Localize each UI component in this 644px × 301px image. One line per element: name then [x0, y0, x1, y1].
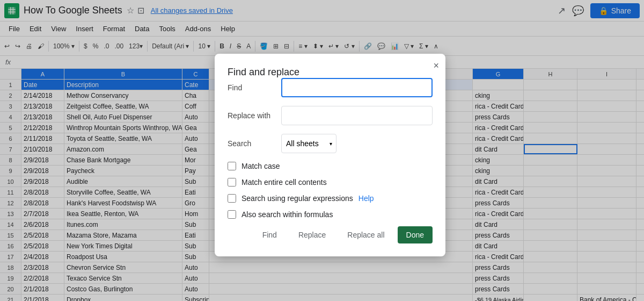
- match-case-checkbox[interactable]: [228, 162, 236, 170]
- modal-close-button[interactable]: ×: [433, 60, 439, 71]
- formulas-checkbox[interactable]: [228, 210, 236, 219]
- find-input[interactable]: [281, 78, 433, 97]
- search-row: Search All sheets This sheet ▾: [228, 134, 433, 153]
- formulas-row: Also search within formulas: [228, 210, 433, 219]
- replace-button[interactable]: Replace: [290, 226, 334, 243]
- replace-input[interactable]: [281, 106, 433, 125]
- find-button[interactable]: Find: [254, 226, 286, 243]
- regex-label: Search using regular expressions: [241, 194, 353, 203]
- modal-overlay: Find and replace × Find Replace with Sea…: [0, 0, 644, 301]
- regex-row: Search using regular expressions Help: [228, 194, 433, 203]
- match-case-row: Match case: [228, 162, 433, 170]
- match-case-label[interactable]: Match case: [241, 162, 280, 170]
- done-button[interactable]: Done: [398, 226, 433, 243]
- match-cell-checkbox[interactable]: [228, 178, 236, 187]
- match-cell-row: Match entire cell contents: [228, 178, 433, 187]
- help-link[interactable]: Help: [358, 194, 374, 203]
- regex-checkbox[interactable]: [228, 194, 236, 203]
- find-replace-modal: Find and replace × Find Replace with Sea…: [215, 54, 445, 256]
- search-select-wrap: All sheets This sheet ▾: [281, 134, 336, 153]
- modal-title: Find and replace: [228, 67, 299, 77]
- search-select[interactable]: All sheets This sheet: [281, 134, 336, 153]
- find-label: Find: [228, 83, 281, 92]
- replace-row: Replace with: [228, 106, 433, 125]
- replace-all-button[interactable]: Replace all: [339, 226, 393, 243]
- match-cell-label[interactable]: Match entire cell contents: [241, 178, 327, 187]
- find-row: Find: [228, 78, 433, 97]
- formulas-label[interactable]: Also search within formulas: [241, 210, 333, 219]
- modal-footer: Find Replace Replace all Done: [228, 226, 433, 243]
- replace-label: Replace with: [228, 111, 281, 120]
- search-label: Search: [228, 139, 281, 148]
